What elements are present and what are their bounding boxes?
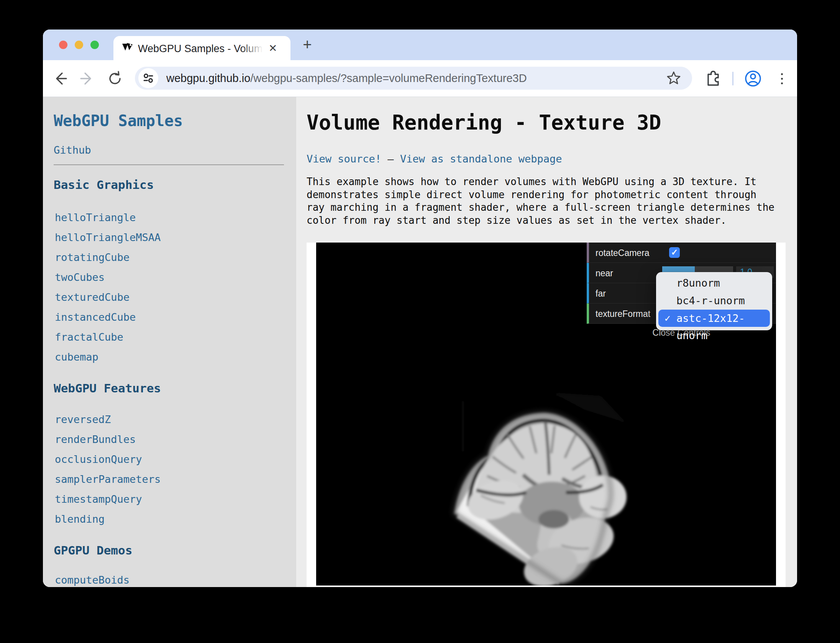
sidebar-item-cubemap[interactable]: cubemap — [55, 351, 98, 363]
page-title: Volume Rendering - Texture 3D — [307, 111, 661, 134]
sidebar-item-occlusionQuery[interactable]: occlusionQuery — [55, 453, 142, 465]
maximize-window-button[interactable] — [90, 41, 99, 49]
reload-icon[interactable] — [107, 70, 123, 87]
gui-label-far: far — [596, 289, 606, 299]
new-tab-button[interactable]: + — [299, 36, 316, 53]
sidebar-item-reversedZ[interactable]: reversedZ — [55, 413, 111, 425]
sidebar-item-rotatingCube[interactable]: rotatingCube — [55, 251, 130, 263]
address-bar[interactable]: webgpu.github.io/webgpu-samples/?sample=… — [135, 67, 692, 90]
description-line: This example shows how to render volumes… — [307, 176, 774, 189]
back-icon[interactable] — [52, 70, 69, 87]
sidebar-item-samplerParameters[interactable]: samplerParameters — [55, 473, 161, 485]
profile-avatar-icon[interactable] — [744, 69, 762, 88]
tab-strip: WebGPU Samples - Volume R ✕ + — [43, 30, 797, 60]
github-link[interactable]: Github — [54, 144, 91, 156]
sidebar-item-helloTriangle[interactable]: helloTriangle — [55, 212, 136, 223]
minimize-window-button[interactable] — [75, 41, 83, 49]
browser-menu-icon[interactable] — [776, 70, 788, 87]
gui-label-rotateCamera: rotateCamera — [596, 248, 650, 258]
view-source-link[interactable]: View source! — [307, 153, 381, 165]
sidebar-divider — [54, 164, 284, 165]
toolbar-divider — [732, 72, 733, 85]
extensions-puzzle-icon[interactable] — [704, 70, 722, 87]
description-line: color from ray start and step size value… — [307, 214, 774, 227]
gui-row-rotateCamera: rotateCamera ✓ — [587, 243, 776, 263]
sidebar-item-texturedCube[interactable]: texturedCube — [55, 291, 130, 303]
browser-tab[interactable]: WebGPU Samples - Volume R ✕ — [113, 36, 290, 60]
bookmark-star-icon[interactable] — [665, 70, 682, 87]
selected-check-icon: ✓ — [664, 310, 671, 327]
browser-toolbar: webgpu.github.io/webgpu-samples/?sample=… — [43, 60, 797, 97]
site-settings-icon[interactable] — [138, 68, 158, 88]
url-path: /webgpu-samples/?sample=volumeRenderingT… — [250, 72, 527, 84]
forward-icon[interactable] — [79, 70, 95, 87]
dropdown-option-astc-12x12-unorm[interactable]: ✓ astc-12x12-unorm — [658, 310, 770, 327]
sidebar-item-renderBundles[interactable]: renderBundles — [55, 433, 136, 445]
webgpu-logo-icon — [122, 42, 134, 54]
dropdown-option-bc4-r-unorm[interactable]: bc4-r-unorm — [656, 292, 772, 310]
section-heading-gpgpu-demos: GPGPU Demos — [54, 543, 132, 557]
url-text[interactable]: webgpu.github.io/webgpu-samples/?sample=… — [166, 72, 527, 84]
description-line: ray marching in a fragment shader, where… — [307, 201, 774, 214]
section-heading-basic-graphics: Basic Graphics — [54, 178, 154, 192]
sample-links: View source! – View as standalone webpag… — [307, 153, 562, 165]
sidebar-title: WebGPU Samples — [54, 112, 183, 130]
tab-close-icon[interactable]: ✕ — [266, 41, 280, 55]
sidebar-item-helloTriangleMSAA[interactable]: helloTriangleMSAA — [55, 231, 161, 243]
browser-window: WebGPU Samples - Volume R ✕ + — [43, 30, 797, 587]
sidebar-item-twoCubes[interactable]: twoCubes — [55, 271, 105, 283]
link-separator: – — [387, 153, 394, 165]
gui-label-near: near — [596, 268, 613, 279]
window-controls — [59, 41, 99, 49]
url-domain: webgpu.github.io — [166, 72, 250, 84]
gui-label-textureFormat: textureFormat — [596, 309, 650, 319]
sidebar-item-blending[interactable]: blending — [55, 513, 105, 525]
rotate-camera-checkbox[interactable]: ✓ — [669, 247, 680, 258]
tab-title: WebGPU Samples - Volume R — [138, 42, 268, 55]
sidebar-item-computeBoids[interactable]: computeBoids — [55, 574, 130, 586]
sample-container: rotateCamera ✓ near 1.0 far — [307, 243, 786, 587]
webgpu-canvas[interactable]: rotateCamera ✓ near 1.0 far — [316, 243, 776, 586]
sample-main: Volume Rendering - Texture 3D View sourc… — [296, 97, 797, 587]
texture-format-dropdown: r8unorm bc4-r-unorm ✓ astc-12x12-unorm — [656, 272, 772, 330]
screen: WebGPU Samples - Volume R ✕ + — [0, 0, 840, 643]
samples-sidebar: WebGPU Samples Github Basic Graphics hel… — [43, 97, 296, 587]
section-heading-webgpu-features: WebGPU Features — [54, 381, 161, 395]
sidebar-item-instancedCube[interactable]: instancedCube — [55, 311, 136, 323]
description-line: demonstrates simple direct volume render… — [307, 189, 774, 202]
sidebar-item-fractalCube[interactable]: fractalCube — [55, 331, 123, 343]
standalone-link[interactable]: View as standalone webpage — [400, 153, 562, 165]
sidebar-item-timestampQuery[interactable]: timestampQuery — [55, 493, 142, 505]
page-content: WebGPU Samples Github Basic Graphics hel… — [43, 97, 797, 587]
close-window-button[interactable] — [59, 41, 67, 49]
dropdown-option-r8unorm[interactable]: r8unorm — [656, 274, 772, 292]
sample-description: This example shows how to render volumes… — [307, 176, 774, 227]
